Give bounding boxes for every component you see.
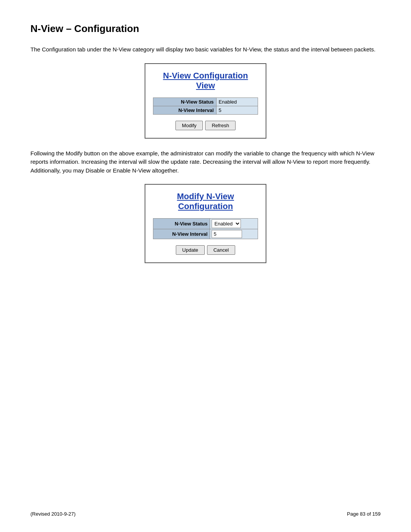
table-row: N-View Interval (153, 229, 258, 239)
config-view-title: N-View Configuration View (153, 71, 258, 91)
revised-text: (Revised 2010-9-27) (30, 511, 76, 517)
status-value: Enabled (216, 97, 258, 106)
modify-fields: N-View Status Enabled Disabled N-View In… (153, 218, 258, 239)
interval-value: 5 (216, 106, 258, 114)
config-view-fields: N-View Status Enabled N-View Interval 5 (153, 97, 258, 115)
modify-button[interactable]: Modify (175, 121, 203, 130)
paragraph-1: The Configuration tab under the N-View c… (30, 45, 381, 54)
table-row: N-View Interval 5 (153, 106, 258, 114)
cancel-button[interactable]: Cancel (207, 245, 235, 255)
interval-label: N-View Interval (153, 106, 217, 114)
modify-panel: Modify N-View Configuration N-View Statu… (145, 184, 266, 263)
page-title: N-View – Configuration (30, 23, 381, 35)
modify-interval-label: N-View Interval (153, 229, 210, 239)
paragraph-2: Following the Modify button on the above… (30, 149, 381, 175)
page-info: Page 83 of 159 (347, 511, 381, 517)
modify-buttons: Update Cancel (153, 245, 258, 255)
status-select[interactable]: Enabled Disabled (212, 219, 241, 228)
refresh-button[interactable]: Refresh (205, 121, 236, 130)
modify-status-label: N-View Status (153, 219, 210, 229)
modify-status-cell: Enabled Disabled (210, 219, 258, 229)
table-row: N-View Status Enabled (153, 97, 258, 106)
interval-input[interactable] (212, 230, 242, 238)
update-button[interactable]: Update (176, 245, 205, 255)
modify-panel-title: Modify N-View Configuration (153, 192, 258, 211)
config-view-panel: N-View Configuration View N-View Status … (145, 63, 266, 139)
footer: (Revised 2010-9-27) Page 83 of 159 (30, 511, 381, 517)
table-row: N-View Status Enabled Disabled (153, 219, 258, 229)
modify-interval-cell (210, 229, 258, 239)
status-label: N-View Status (153, 97, 217, 106)
config-view-panel-wrapper: N-View Configuration View N-View Status … (30, 63, 381, 139)
modify-panel-wrapper: Modify N-View Configuration N-View Statu… (30, 184, 381, 263)
config-view-buttons: Modify Refresh (153, 121, 258, 130)
